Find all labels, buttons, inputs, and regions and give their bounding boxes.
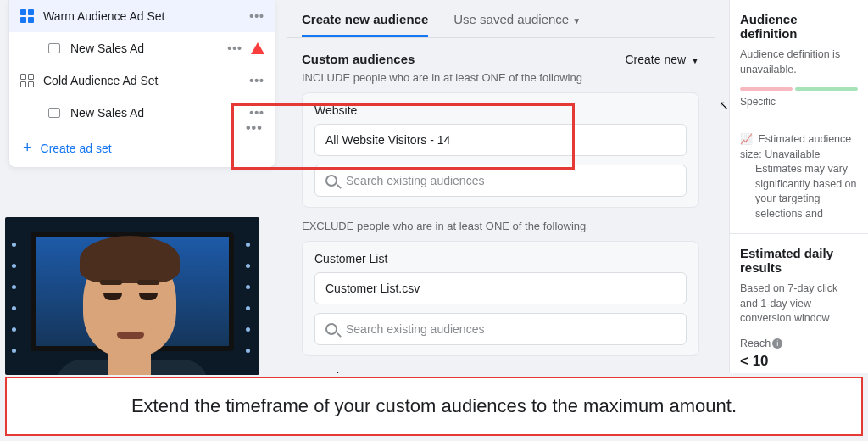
daily-results-heading: Estimated daily results [740,246,858,275]
est-size-label: Estimated audience size: Unavailable [740,133,851,160]
plus-icon: + [23,139,32,157]
more-icon[interactable]: ••• [249,9,264,23]
exclude-audience-chip[interactable]: Customer List.csv [314,272,687,304]
cursor-icon: ↖ [719,98,729,112]
reach-value: < 10 [740,353,858,370]
exclude-text: EXCLUDE people who are in at least ONE o… [302,220,699,232]
adset-row-warm[interactable]: Warm Audience Ad Set ••• [9,0,275,32]
presenter-webcam [5,217,259,375]
reach-label: Reach [740,338,771,349]
search-placeholder: Search existing audiences [346,174,484,187]
more-icon[interactable]: ••• [249,106,264,120]
include-audience-chip[interactable]: All Website Visitors - 14 [314,124,687,156]
adset-label: Cold Audience Ad Set [43,74,158,87]
audience-def-text: Audience definition is unavailable. [740,47,858,77]
reach-label-row: Reachi [740,337,858,352]
tab-saved-audience[interactable]: Use saved audience▼ [453,12,581,37]
right-estimate-panel: Audience definition Audience definition … [729,0,868,373]
info-icon[interactable]: i [772,338,782,349]
search-placeholder: Search existing audiences [346,322,484,336]
ad-label: New Sales Ad [70,106,144,120]
audience-def-heading: Audience definition [740,12,858,41]
chevron-down-icon: ▼ [691,56,699,65]
audience-gauge [740,87,858,91]
more-icon[interactable]: ••• [246,120,263,136]
ad-icon [47,41,62,56]
locations-heading: Locations [302,370,699,373]
campaign-tree: Warm Audience Ad Set ••• New Sales Ad ••… [8,0,275,168]
chip-label: All Website Visitors - 14 [326,133,450,147]
adset-row-cold[interactable]: Cold Audience Ad Set ••• [9,64,275,97]
est-size-sub: Estimates may vary significantly based o… [755,162,858,221]
tab-label: Create new audience [302,12,428,26]
main-panel: Create new audience Use saved audience▼ … [287,0,715,373]
exclude-card: Customer List Customer List.csv Search e… [302,241,699,356]
chart-icon: 📈 [740,132,752,147]
search-icon [326,175,337,187]
exclude-group-label: Customer List [314,252,687,265]
create-adset-label: Create ad set [41,142,112,155]
exclude-search-input[interactable]: Search existing audiences [314,313,687,345]
adset-label: Warm Audience Ad Set [43,9,164,23]
ad-row-1[interactable]: New Sales Ad ••• [9,32,275,64]
tab-create-audience[interactable]: Create new audience [302,12,428,37]
include-group-label: Website [314,103,687,117]
chevron-down-icon: ▼ [572,16,581,25]
tab-label: Use saved audience [453,12,569,26]
daily-results-sub: Based on 7-day click and 1-day view conv… [740,282,858,327]
video-caption: Extend the timeframe of your custom audi… [5,377,863,436]
ad-row-2[interactable]: New Sales Ad ••• [9,97,275,129]
ad-icon [47,105,62,120]
create-new-label: Create new [626,53,687,66]
est-size-row: 📈 Estimated audience size: Unavailable [740,132,858,162]
search-icon [326,323,337,335]
include-search-input[interactable]: Search existing audiences [314,165,687,197]
chip-label: Customer List.csv [326,282,420,295]
grid-icon [19,8,35,24]
caption-text: Extend the timeframe of your custom audi… [131,395,737,417]
more-icon[interactable]: ••• [249,74,264,87]
custom-audiences-heading: Custom audiences [302,52,415,66]
warning-icon [251,42,264,54]
audience-tabs: Create new audience Use saved audience▼ [287,0,715,38]
include-text: INCLUDE people who are in at least ONE o… [302,71,699,84]
ad-label: New Sales Ad [70,42,144,55]
grid-icon [19,73,35,88]
create-new-dropdown[interactable]: Create new▼ [626,53,700,66]
specific-label: Specific [740,96,858,108]
more-icon[interactable]: ••• [227,42,242,55]
include-card: Website All Website Visitors - 14 Search… [302,92,699,208]
create-adset-button[interactable]: + Create ad set [9,129,275,167]
